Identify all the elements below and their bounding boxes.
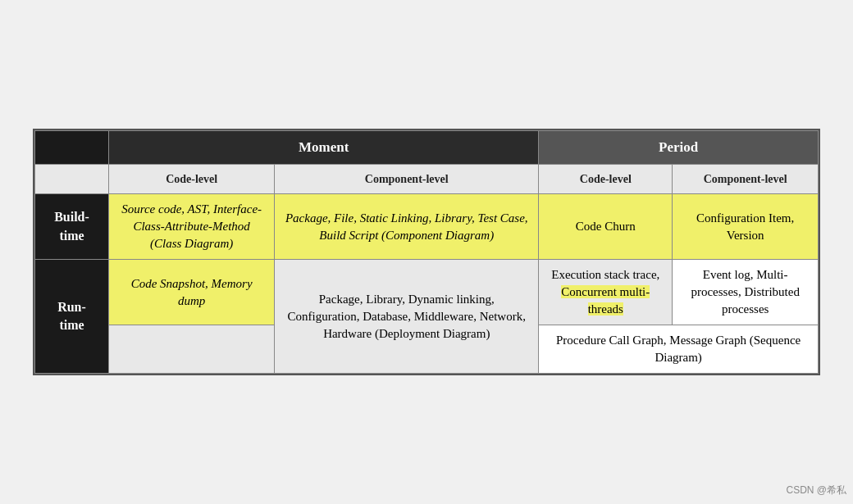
build-period-code-cell: Code Churn <box>539 194 673 260</box>
moment-component-level-header: Component-level <box>275 164 539 194</box>
moment-header: Moment <box>109 130 539 164</box>
build-code-level-text: Source code, AST, Interface-Class-Attrib… <box>121 202 262 250</box>
empty-corner <box>35 130 109 164</box>
run-time-label: Run- time <box>35 260 109 374</box>
run-period-component-text: Event log, Multi-processes, Distributed … <box>691 268 799 316</box>
run-code-level-text: Code Snapshot, Memory dump <box>131 277 253 307</box>
build-period-component-text: Configuration Item, Version <box>696 211 794 242</box>
run-period-component-cell: Event log, Multi-processes, Distributed … <box>673 260 819 325</box>
watermark: CSDN @希私 <box>786 484 846 497</box>
build-component-level-text: Package, File, Static Linking, Library, … <box>285 211 528 242</box>
build-time-label: Build- time <box>35 194 109 260</box>
run-component-level-cell: Package, Library, Dynamic linking, Confi… <box>275 260 539 374</box>
build-period-component-cell: Configuration Item, Version <box>673 194 819 260</box>
run-bottom-span-cell: Procedure Call Graph, Message Graph (Seq… <box>539 325 819 374</box>
run-period-code-text: Execution stack trace, Concurrent multi-… <box>551 268 659 316</box>
run-snapshot-empty <box>109 325 275 374</box>
period-component-level-header: Component-level <box>673 164 819 194</box>
moment-code-level-header: Code-level <box>109 164 275 194</box>
build-period-code-text: Code Churn <box>576 220 636 233</box>
run-component-level-text: Package, Library, Dynamic linking, Confi… <box>288 293 526 340</box>
period-header: Period <box>539 130 819 164</box>
build-component-level-cell: Package, File, Static Linking, Library, … <box>275 194 539 260</box>
build-code-level-cell: Source code, AST, Interface-Class-Attrib… <box>109 194 275 260</box>
empty-subheader <box>35 164 109 194</box>
run-code-level-cell: Code Snapshot, Memory dump <box>109 260 275 325</box>
period-code-level-header: Code-level <box>539 164 673 194</box>
run-period-code-cell: Execution stack trace, Concurrent multi-… <box>539 260 673 325</box>
